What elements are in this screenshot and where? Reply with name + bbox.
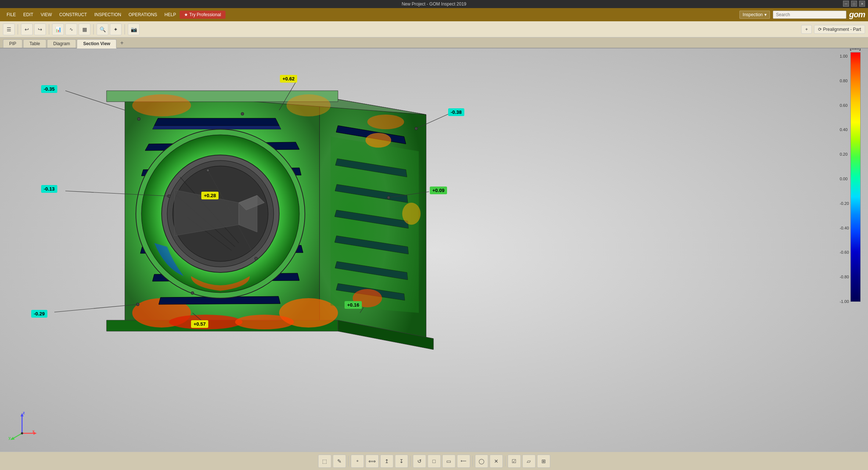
toolbar-separator-1: [18, 24, 18, 35]
menu-edit[interactable]: EDIT: [19, 11, 37, 19]
inspection-dropdown-label: Inspection: [743, 12, 763, 17]
prealignment-label: Prealignment - Part: [823, 27, 861, 32]
bt-btn-8[interactable]: □: [428, 455, 441, 468]
toolbar-right: + ⟳ Prealignment - Part: [801, 25, 865, 34]
close-button[interactable]: ✕: [859, 1, 865, 7]
svg-text:x: x: [32, 429, 35, 433]
menu-file[interactable]: FILE: [3, 11, 19, 19]
bt-btn-1[interactable]: ⬚: [318, 455, 331, 468]
toolbar-redo-btn[interactable]: ↪: [34, 24, 46, 35]
bt-sep-3: [472, 456, 473, 466]
tab-pip[interactable]: PIP: [3, 39, 22, 48]
scale-labels: 1.00 0.80 0.60 0.40 0.20 0.00 -0.20 -0.4…: [840, 54, 849, 304]
menu-operations[interactable]: OPERATIONS: [125, 11, 161, 19]
search-input[interactable]: [773, 11, 846, 19]
try-professional-button[interactable]: ★ Try Professional: [180, 11, 225, 19]
scale-label-7: -0.40: [840, 226, 849, 230]
tab-diagram[interactable]: Diagram: [47, 39, 76, 48]
scale-label-9: -0.80: [840, 275, 849, 279]
scale-bar: [850, 52, 861, 302]
tab-table[interactable]: Table: [23, 39, 46, 48]
toolbar-transform-btn[interactable]: ✦: [110, 24, 122, 35]
window-title: New Project - GOM Inspect 2019: [401, 1, 466, 7]
bt-btn-2[interactable]: ✎: [333, 455, 346, 468]
viewport-background: [0, 48, 868, 452]
scale-label-1: 0.80: [840, 79, 849, 83]
toolbar-separator-4: [125, 24, 125, 35]
toolbar-wave-btn[interactable]: ∿: [65, 24, 77, 35]
toolbar-undo-btn[interactable]: ↩: [21, 24, 33, 35]
svg-point-46: [21, 432, 23, 434]
toolbar-search-btn[interactable]: 🔍: [97, 24, 108, 35]
maximize-button[interactable]: □: [851, 1, 857, 7]
bt-btn-3[interactable]: ⌖: [351, 455, 364, 468]
toolbar-grid-btn[interactable]: ▦: [79, 24, 90, 35]
toolbar-prealignment-btn[interactable]: ⟳ Prealignment - Part: [814, 25, 865, 34]
bt-btn-7[interactable]: ↺: [413, 455, 426, 468]
toolbar-separator-2: [49, 24, 49, 35]
bt-btn-9[interactable]: ▭: [442, 455, 455, 468]
svg-text:z: z: [23, 411, 25, 415]
inspection-dropdown[interactable]: Inspection ▾: [739, 11, 770, 19]
bottom-toolbar: ⬚ ✎ ⌖ ⟺ ↥ ↧ ↺ □ ▭ ⟵ ◯ ✕ ☑ ▱ ⊞: [0, 452, 868, 470]
bt-btn-13[interactable]: ☑: [508, 455, 521, 468]
minimize-button[interactable]: ─: [843, 1, 849, 7]
title-bar: New Project - GOM Inspect 2019 ─ □ ✕: [0, 0, 868, 8]
toolbar-add-btn[interactable]: +: [801, 25, 812, 34]
bt-btn-6[interactable]: ↧: [395, 455, 408, 468]
scale-unit-label: [mm]: [850, 48, 861, 51]
scale-label-4: 0.20: [840, 152, 849, 156]
menu-construct[interactable]: CONSTRUCT: [55, 11, 90, 19]
main-viewport: [mm] 1.00 0.80 0.60 0.40 0.20 0.00 -0.20…: [0, 48, 868, 452]
menu-right-section: Inspection ▾ gom: [739, 8, 865, 21]
color-scale: [mm] 1.00 0.80 0.60 0.40 0.20 0.00 -0.20…: [839, 52, 861, 309]
bt-btn-12[interactable]: ✕: [490, 455, 503, 468]
bt-btn-5[interactable]: ↥: [380, 455, 393, 468]
bt-btn-15[interactable]: ⊞: [537, 455, 550, 468]
tab-add-button[interactable]: +: [117, 38, 126, 48]
menu-inspection[interactable]: INSPECTION: [91, 11, 125, 19]
toolbar-chart-btn[interactable]: 📊: [52, 24, 64, 35]
prealignment-icon: ⟳: [818, 27, 822, 32]
toolbar-camera-btn[interactable]: 📷: [128, 24, 140, 35]
scale-label-6: -0.20: [840, 201, 849, 206]
scale-label-0: 1.00: [840, 54, 849, 58]
axis-indicator: z x y: [7, 411, 37, 441]
tab-section-view[interactable]: Section View: [77, 39, 116, 48]
bt-sep-2: [410, 456, 411, 466]
bt-btn-11[interactable]: ◯: [475, 455, 488, 468]
bt-sep-1: [348, 456, 349, 466]
tab-bar: PIP Table Diagram Section View +: [0, 37, 868, 48]
toolbar-menu-btn[interactable]: ☰: [3, 24, 15, 35]
inspection-dropdown-arrow: ▾: [764, 12, 767, 17]
scale-label-2: 0.60: [840, 103, 849, 108]
menu-help[interactable]: HELP: [161, 11, 180, 19]
gom-logo: gom: [849, 10, 865, 19]
scale-label-3: 0.40: [840, 127, 849, 132]
bt-btn-4[interactable]: ⟺: [365, 455, 379, 468]
toolbar: ☰ ↩ ↪ 📊 ∿ ▦ 🔍 ✦ 📷 + ⟳ Prealignment - Par…: [0, 21, 868, 37]
bt-btn-10[interactable]: ⟵: [457, 455, 470, 468]
scale-label-8: -0.60: [840, 250, 849, 254]
menu-bar: FILE EDIT VIEW CONSTRUCT INSPECTION OPER…: [0, 8, 868, 21]
bt-btn-14[interactable]: ▱: [522, 455, 536, 468]
menu-view[interactable]: VIEW: [37, 11, 56, 19]
window-controls: ─ □ ✕: [843, 1, 865, 7]
bt-sep-4: [505, 456, 505, 466]
svg-text:y: y: [8, 435, 11, 440]
toolbar-separator-3: [93, 24, 94, 35]
scale-label-10: -1.00: [840, 299, 849, 304]
scale-label-5: 0.00: [840, 177, 849, 181]
